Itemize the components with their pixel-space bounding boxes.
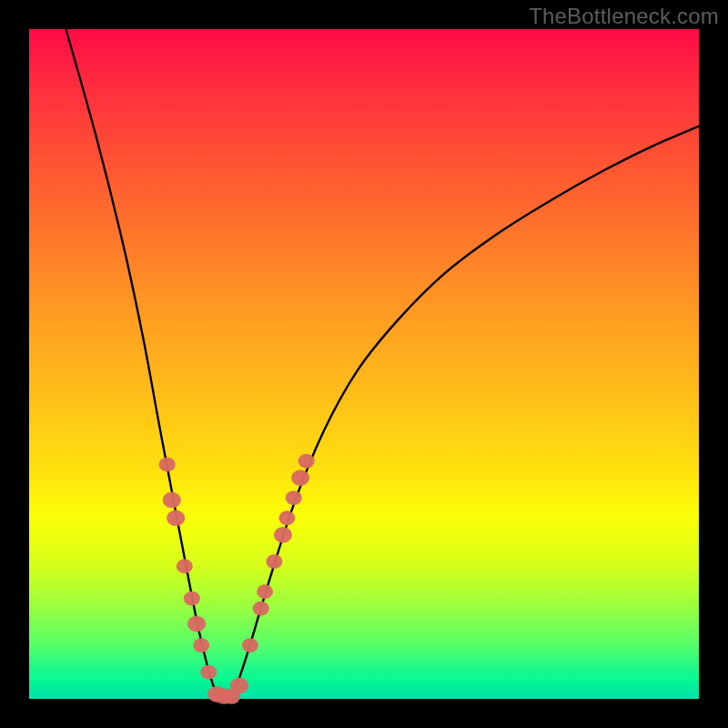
marker-dot: [230, 677, 248, 693]
bottleneck-curve: [66, 29, 699, 697]
chart-overlay: [29, 29, 699, 699]
marker-dot: [159, 457, 176, 471]
watermark-text: TheBottleneck.com: [529, 4, 719, 29]
marker-dot: [274, 527, 292, 543]
plot-area: [29, 29, 699, 699]
marker-dot: [298, 454, 315, 469]
marker-dot: [242, 638, 258, 652]
marker-dot: [266, 554, 282, 569]
marker-dot: [257, 584, 273, 599]
marker-dot: [291, 470, 309, 486]
marker-dot: [200, 665, 217, 680]
marker-dot: [278, 511, 295, 525]
marker-dot: [253, 602, 269, 616]
marker-dot: [193, 638, 209, 652]
marker-dot: [286, 490, 302, 505]
marker-dot: [167, 510, 185, 526]
marker-dot: [184, 592, 200, 606]
marker-dot: [187, 616, 206, 632]
marker-dot: [163, 492, 181, 509]
marker-dot: [177, 559, 193, 573]
highlighted-markers: [159, 454, 315, 704]
